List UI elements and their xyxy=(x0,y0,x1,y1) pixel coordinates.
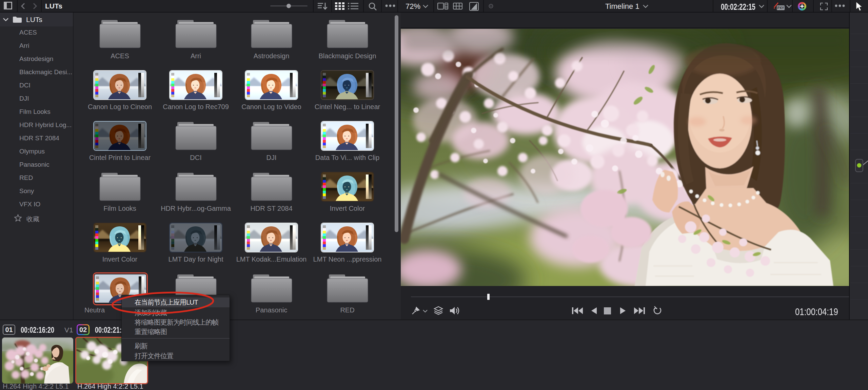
svg-text:PXY: PXY xyxy=(777,6,784,10)
